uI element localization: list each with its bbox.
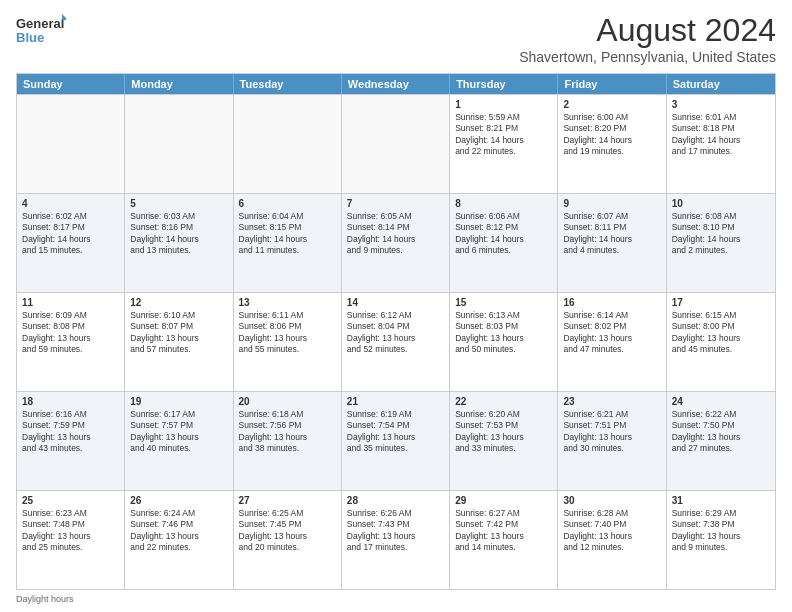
day-cell-15: 15Sunrise: 6:13 AM Sunset: 8:03 PM Dayli… — [450, 293, 558, 391]
day-number: 4 — [22, 198, 119, 209]
day-info: Sunrise: 6:09 AM Sunset: 8:08 PM Dayligh… — [22, 310, 119, 356]
day-info: Sunrise: 6:23 AM Sunset: 7:48 PM Dayligh… — [22, 508, 119, 554]
day-cell-9: 9Sunrise: 6:07 AM Sunset: 8:11 PM Daylig… — [558, 194, 666, 292]
svg-marker-2 — [62, 14, 66, 20]
day-cell-3: 3Sunrise: 6:01 AM Sunset: 8:18 PM Daylig… — [667, 95, 775, 193]
day-info: Sunrise: 6:20 AM Sunset: 7:53 PM Dayligh… — [455, 409, 552, 455]
day-number: 28 — [347, 495, 444, 506]
day-cell-26: 26Sunrise: 6:24 AM Sunset: 7:46 PM Dayli… — [125, 491, 233, 589]
day-cell-7: 7Sunrise: 6:05 AM Sunset: 8:14 PM Daylig… — [342, 194, 450, 292]
main-title: August 2024 — [519, 12, 776, 49]
day-info: Sunrise: 6:24 AM Sunset: 7:46 PM Dayligh… — [130, 508, 227, 554]
calendar-row: 25Sunrise: 6:23 AM Sunset: 7:48 PM Dayli… — [17, 490, 775, 589]
day-number: 7 — [347, 198, 444, 209]
day-info: Sunrise: 6:18 AM Sunset: 7:56 PM Dayligh… — [239, 409, 336, 455]
day-number: 14 — [347, 297, 444, 308]
day-info: Sunrise: 6:12 AM Sunset: 8:04 PM Dayligh… — [347, 310, 444, 356]
day-cell-19: 19Sunrise: 6:17 AM Sunset: 7:57 PM Dayli… — [125, 392, 233, 490]
logo: General Blue — [16, 12, 66, 50]
day-info: Sunrise: 6:26 AM Sunset: 7:43 PM Dayligh… — [347, 508, 444, 554]
day-number: 1 — [455, 99, 552, 110]
day-number: 3 — [672, 99, 770, 110]
day-number: 17 — [672, 297, 770, 308]
day-number: 27 — [239, 495, 336, 506]
day-info: Sunrise: 6:07 AM Sunset: 8:11 PM Dayligh… — [563, 211, 660, 257]
day-cell-23: 23Sunrise: 6:21 AM Sunset: 7:51 PM Dayli… — [558, 392, 666, 490]
sub-title: Shavertown, Pennsylvania, United States — [519, 49, 776, 65]
day-number: 19 — [130, 396, 227, 407]
day-number: 22 — [455, 396, 552, 407]
day-info: Sunrise: 6:06 AM Sunset: 8:12 PM Dayligh… — [455, 211, 552, 257]
day-number: 29 — [455, 495, 552, 506]
footer: Daylight hours — [16, 594, 776, 604]
empty-cell — [342, 95, 450, 193]
empty-cell — [125, 95, 233, 193]
day-number: 25 — [22, 495, 119, 506]
calendar-row: 1Sunrise: 5:59 AM Sunset: 8:21 PM Daylig… — [17, 94, 775, 193]
day-number: 13 — [239, 297, 336, 308]
day-number: 2 — [563, 99, 660, 110]
day-cell-5: 5Sunrise: 6:03 AM Sunset: 8:16 PM Daylig… — [125, 194, 233, 292]
day-info: Sunrise: 5:59 AM Sunset: 8:21 PM Dayligh… — [455, 112, 552, 158]
day-info: Sunrise: 6:17 AM Sunset: 7:57 PM Dayligh… — [130, 409, 227, 455]
header-cell-wednesday: Wednesday — [342, 74, 450, 94]
day-number: 16 — [563, 297, 660, 308]
day-cell-22: 22Sunrise: 6:20 AM Sunset: 7:53 PM Dayli… — [450, 392, 558, 490]
day-number: 21 — [347, 396, 444, 407]
svg-text:Blue: Blue — [16, 30, 44, 45]
day-info: Sunrise: 6:19 AM Sunset: 7:54 PM Dayligh… — [347, 409, 444, 455]
header-cell-friday: Friday — [558, 74, 666, 94]
calendar-body: 1Sunrise: 5:59 AM Sunset: 8:21 PM Daylig… — [17, 94, 775, 589]
header-cell-thursday: Thursday — [450, 74, 558, 94]
day-number: 18 — [22, 396, 119, 407]
day-cell-31: 31Sunrise: 6:29 AM Sunset: 7:38 PM Dayli… — [667, 491, 775, 589]
day-info: Sunrise: 6:08 AM Sunset: 8:10 PM Dayligh… — [672, 211, 770, 257]
day-cell-25: 25Sunrise: 6:23 AM Sunset: 7:48 PM Dayli… — [17, 491, 125, 589]
day-cell-30: 30Sunrise: 6:28 AM Sunset: 7:40 PM Dayli… — [558, 491, 666, 589]
day-cell-20: 20Sunrise: 6:18 AM Sunset: 7:56 PM Dayli… — [234, 392, 342, 490]
day-cell-21: 21Sunrise: 6:19 AM Sunset: 7:54 PM Dayli… — [342, 392, 450, 490]
day-cell-28: 28Sunrise: 6:26 AM Sunset: 7:43 PM Dayli… — [342, 491, 450, 589]
svg-text:General: General — [16, 16, 64, 31]
day-info: Sunrise: 6:05 AM Sunset: 8:14 PM Dayligh… — [347, 211, 444, 257]
day-number: 24 — [672, 396, 770, 407]
day-info: Sunrise: 6:10 AM Sunset: 8:07 PM Dayligh… — [130, 310, 227, 356]
day-info: Sunrise: 6:11 AM Sunset: 8:06 PM Dayligh… — [239, 310, 336, 356]
day-info: Sunrise: 6:03 AM Sunset: 8:16 PM Dayligh… — [130, 211, 227, 257]
title-block: August 2024 Shavertown, Pennsylvania, Un… — [519, 12, 776, 65]
day-cell-14: 14Sunrise: 6:12 AM Sunset: 8:04 PM Dayli… — [342, 293, 450, 391]
day-number: 26 — [130, 495, 227, 506]
day-cell-11: 11Sunrise: 6:09 AM Sunset: 8:08 PM Dayli… — [17, 293, 125, 391]
day-number: 9 — [563, 198, 660, 209]
day-cell-17: 17Sunrise: 6:15 AM Sunset: 8:00 PM Dayli… — [667, 293, 775, 391]
day-cell-29: 29Sunrise: 6:27 AM Sunset: 7:42 PM Dayli… — [450, 491, 558, 589]
header-cell-sunday: Sunday — [17, 74, 125, 94]
day-cell-13: 13Sunrise: 6:11 AM Sunset: 8:06 PM Dayli… — [234, 293, 342, 391]
day-info: Sunrise: 6:21 AM Sunset: 7:51 PM Dayligh… — [563, 409, 660, 455]
day-info: Sunrise: 6:04 AM Sunset: 8:15 PM Dayligh… — [239, 211, 336, 257]
day-cell-16: 16Sunrise: 6:14 AM Sunset: 8:02 PM Dayli… — [558, 293, 666, 391]
calendar-row: 18Sunrise: 6:16 AM Sunset: 7:59 PM Dayli… — [17, 391, 775, 490]
empty-cell — [234, 95, 342, 193]
day-cell-24: 24Sunrise: 6:22 AM Sunset: 7:50 PM Dayli… — [667, 392, 775, 490]
day-info: Sunrise: 6:13 AM Sunset: 8:03 PM Dayligh… — [455, 310, 552, 356]
day-number: 8 — [455, 198, 552, 209]
day-info: Sunrise: 6:29 AM Sunset: 7:38 PM Dayligh… — [672, 508, 770, 554]
logo-svg: General Blue — [16, 12, 66, 50]
day-cell-6: 6Sunrise: 6:04 AM Sunset: 8:15 PM Daylig… — [234, 194, 342, 292]
day-cell-12: 12Sunrise: 6:10 AM Sunset: 8:07 PM Dayli… — [125, 293, 233, 391]
day-cell-18: 18Sunrise: 6:16 AM Sunset: 7:59 PM Dayli… — [17, 392, 125, 490]
page-header: General Blue August 2024 Shavertown, Pen… — [16, 12, 776, 65]
day-cell-27: 27Sunrise: 6:25 AM Sunset: 7:45 PM Dayli… — [234, 491, 342, 589]
day-cell-10: 10Sunrise: 6:08 AM Sunset: 8:10 PM Dayli… — [667, 194, 775, 292]
header-cell-saturday: Saturday — [667, 74, 775, 94]
calendar-header: SundayMondayTuesdayWednesdayThursdayFrid… — [17, 74, 775, 94]
day-number: 12 — [130, 297, 227, 308]
day-number: 5 — [130, 198, 227, 209]
day-info: Sunrise: 6:27 AM Sunset: 7:42 PM Dayligh… — [455, 508, 552, 554]
day-info: Sunrise: 6:16 AM Sunset: 7:59 PM Dayligh… — [22, 409, 119, 455]
calendar: SundayMondayTuesdayWednesdayThursdayFrid… — [16, 73, 776, 590]
day-number: 6 — [239, 198, 336, 209]
day-number: 11 — [22, 297, 119, 308]
day-number: 10 — [672, 198, 770, 209]
